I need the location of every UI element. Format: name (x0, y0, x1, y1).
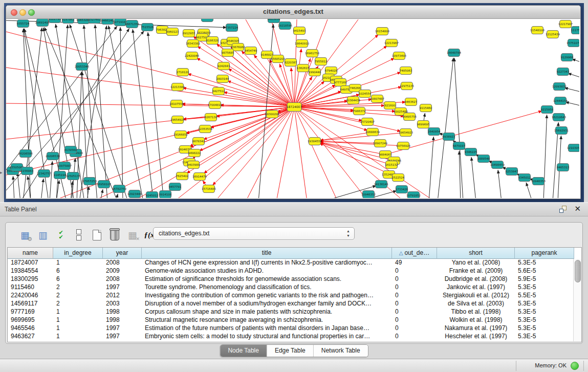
delete-table-disabled-icon[interactable]: ▦✕ (126, 228, 139, 242)
cell-short: Jankovic et al. (1997) (437, 283, 515, 292)
graph-edge (212, 107, 294, 185)
cell-name: 18300295 (8, 275, 53, 283)
graph-node-label: 1117574 (571, 29, 579, 32)
panel-collapse-icon[interactable]: ▸ (0, 170, 3, 175)
table-row[interactable]: 969969511998Structural magnetic resonanc… (8, 316, 581, 324)
column-header-year[interactable]: year (103, 248, 142, 259)
column-header-short[interactable]: short (437, 248, 515, 259)
memory-status-icon[interactable] (571, 362, 579, 370)
graph-node-label: 12353534 (198, 127, 212, 130)
graph-edge (294, 107, 338, 198)
graph-node-label: 7625402 (176, 174, 189, 178)
table-row[interactable]: 911546021997Tourette syndrome. Phenomeno… (8, 283, 581, 292)
graph-node-label: 12213389 (170, 85, 185, 89)
graph-node-label: 1733426 (396, 188, 408, 191)
window-title-bar[interactable]: citations_edges.txt (6, 6, 580, 19)
tab-edge-table[interactable]: Edge Table (267, 345, 314, 357)
dropdown-stepper-icon[interactable]: ▲▼ (346, 229, 350, 238)
graph-node-label: 1156863 (21, 169, 34, 172)
table-row[interactable]: 1872400712008Changes of HCN gene express… (8, 259, 581, 267)
table-row[interactable]: 946362711997Embryonic stem cells: a mode… (8, 333, 581, 341)
cell-out_de: 49 (392, 259, 437, 267)
graph-node-label: 8960123 (166, 30, 179, 33)
graph-node-label: 18907249 (373, 142, 387, 145)
cell-name: 18724007 (8, 259, 53, 267)
cell-short: Stergiakouli et al. (2012) (437, 292, 515, 300)
graph-edge (95, 25, 107, 198)
table-row[interactable]: 1456911722003Disruption of a novel membe… (8, 300, 581, 308)
table-panel-body: ▦⚙▥✔✔▦✕ƒ(x) citations_edges.txt ▲▼ namei… (5, 222, 583, 344)
graph-edge (471, 157, 476, 198)
table-column-icon[interactable]: ▥ (37, 228, 49, 242)
sort-ascending-icon: △ (399, 250, 403, 256)
graph-edge (70, 25, 128, 198)
cell-year: 1997 (103, 333, 142, 341)
graph-node-label: 8938923 (443, 135, 455, 138)
graph-node-label: 10946353 (531, 180, 546, 183)
select-columns-icon[interactable]: ✔✔ (55, 228, 67, 242)
graph-node-label: 18107554 (169, 102, 184, 105)
cell-year: 2009 (103, 267, 142, 275)
graph-node-label: 12213967 (384, 41, 399, 45)
network-graph[interactable]: 1872400793557242069140681227909197862106… (6, 19, 579, 198)
graph-edge (320, 132, 373, 140)
close-panel-icon[interactable]: ✕ (574, 204, 581, 213)
graph-edge (565, 102, 579, 106)
graph-node-label: 2803144 (216, 77, 229, 80)
new-table-icon[interactable] (91, 228, 103, 242)
column-header-pagerank[interactable]: pagerank (515, 248, 574, 259)
table-header-row: namein_degreeyeartitle△out_de…shortpager… (8, 248, 581, 259)
graph-node-label: 6879197 (453, 144, 466, 147)
column-header-in_degree[interactable]: in_degree (53, 248, 103, 259)
table-row[interactable]: 977716911998Corpus callosum shape and si… (8, 308, 581, 316)
cell-name: 14569117 (8, 300, 53, 308)
graph-node-label: 20053346 (75, 65, 89, 68)
graph-node-label: 7955812 (315, 60, 328, 63)
graph-node-label: 17004810 (208, 103, 222, 106)
table-row[interactable]: 1938455462009Genome-wide association stu… (8, 267, 581, 275)
cell-out_de: 0 (392, 316, 437, 324)
table-row[interactable]: 1830029562008Estimation of significance … (8, 275, 581, 283)
delete-table-icon[interactable] (108, 228, 121, 242)
table-settings-icon[interactable]: ▦⚙ (19, 228, 31, 242)
tab-node-table[interactable]: Node Table (220, 345, 267, 357)
graph-node-label: 12093832 (552, 85, 567, 88)
graph-node-label: 6794028 (325, 69, 338, 72)
graph-edge (204, 107, 294, 173)
graph-node-label: 8465313 (557, 166, 570, 169)
graph-node-label: 8454749 (245, 49, 257, 52)
cell-out_de: 0 (392, 300, 437, 308)
graph-edge (79, 26, 106, 198)
table-row[interactable]: 2242004622012Investigating the contribut… (8, 292, 581, 300)
graph-node-label: 1024554 (359, 92, 372, 95)
network-canvas[interactable]: 1872400793557242069140681227909197862106… (6, 19, 579, 198)
cell-year: 1997 (103, 283, 142, 292)
cell-name: 9115460 (8, 283, 53, 292)
network-table-select[interactable]: citations_edges.txt ▲▼ (153, 227, 355, 240)
table-scrollbar[interactable] (573, 259, 581, 341)
graph-node-label: 1362615 (297, 67, 310, 70)
float-window-icon[interactable] (559, 206, 567, 213)
graph-node-label: 19218596 (278, 24, 292, 27)
column-header-out_de[interactable]: △out_de… (392, 248, 437, 259)
network-window[interactable]: citations_edges.txt 18724007935572420691… (6, 5, 581, 199)
graph-node-label: 10498459 (490, 163, 505, 166)
table-row[interactable]: 946554611997Estimation of the future num… (8, 324, 581, 333)
merge-rows-icon[interactable] (73, 228, 85, 242)
graph-edge (13, 176, 14, 198)
node-table: namein_degreeyeartitle△out_de…shortpager… (7, 247, 582, 342)
table-scrollbar-thumb[interactable] (575, 260, 581, 282)
cell-in_degree: 6 (53, 267, 103, 275)
cell-pagerank: 5.3E-5 (515, 283, 574, 292)
graph-node-label: 15716485 (202, 187, 216, 190)
graph-node-label: 8220387 (285, 61, 297, 64)
cell-year: 1997 (103, 324, 142, 333)
cell-title: Structural magnetic resonance image aver… (142, 316, 392, 324)
cell-out_de: 0 (392, 308, 437, 316)
column-header-title[interactable]: title (142, 248, 392, 259)
graph-node-label: 9129966 (561, 56, 574, 59)
tab-network-table[interactable]: Network Table (314, 345, 368, 357)
graph-node-label: 17957253 (82, 180, 97, 183)
memory-status-label: Memory: OK (535, 362, 567, 368)
column-header-name[interactable]: name (8, 248, 53, 259)
